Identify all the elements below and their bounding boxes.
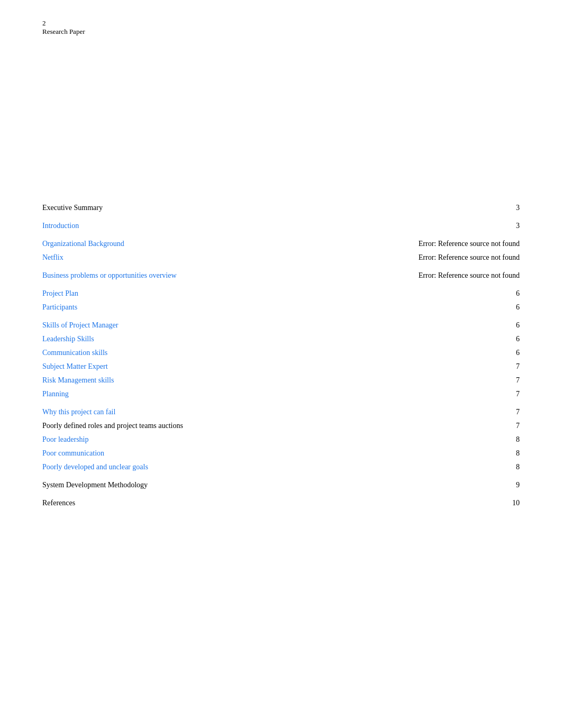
toc-entry-system-dev: System Development Methodology 9 <box>42 478 520 492</box>
toc-link-business-problems[interactable]: Business problems or opportunities overv… <box>42 271 177 280</box>
toc-page-error-business-problems: Error: Reference source not found <box>419 271 520 280</box>
toc-row-project-plan: Project Plan 6 <box>42 287 520 301</box>
toc-row-poor-communication: Poor communication 8 <box>42 447 520 460</box>
toc-link-risk-management[interactable]: Risk Management skills <box>42 376 114 385</box>
toc-row-why-fail: Why this project can fail 7 <box>42 405 520 419</box>
table-of-contents: Executive Summary 3 Introduction 3 Organ… <box>42 201 520 510</box>
toc-page-poor-leadership: 8 <box>516 435 520 444</box>
toc-row-netflix: Netflix Error: Reference source not foun… <box>42 251 520 265</box>
toc-page-skills-pm: 6 <box>516 321 520 330</box>
page: 2 Research Paper Executive Summary 3 Int… <box>0 0 562 728</box>
toc-page-error-org-bg: Error: Reference source not found <box>419 240 520 248</box>
toc-entry-executive-summary: Executive Summary 3 <box>42 201 520 215</box>
toc-row-communication-skills: Communication skills 6 <box>42 346 520 360</box>
toc-title-references: References <box>42 499 75 507</box>
toc-page-error-netflix: Error: Reference source not found <box>419 253 520 262</box>
toc-title-system-dev: System Development Methodology <box>42 481 148 489</box>
toc-entry-references: References 10 <box>42 496 520 510</box>
toc-page-planning: 7 <box>516 390 520 398</box>
toc-page-subject-matter: 7 <box>516 362 520 371</box>
toc-row-participants: Participants 6 <box>42 301 520 314</box>
toc-title-poorly-defined-roles: Poorly defined roles and project teams a… <box>42 422 183 430</box>
toc-row-leadership-skills: Leadership Skills 6 <box>42 332 520 346</box>
toc-page-leadership-skills: 6 <box>516 335 520 343</box>
toc-row-poorly-developed-goals: Poorly developed and unclear goals 8 <box>42 460 520 474</box>
toc-link-poor-communication[interactable]: Poor communication <box>42 449 104 458</box>
toc-link-netflix[interactable]: Netflix <box>42 253 64 262</box>
toc-page-references: 10 <box>512 499 520 507</box>
toc-page-poor-communication: 8 <box>516 449 520 458</box>
toc-row-org-bg: Organizational Background Error: Referen… <box>42 237 520 251</box>
toc-link-introduction[interactable]: Introduction <box>42 222 79 230</box>
toc-page-why-fail: 7 <box>516 408 520 416</box>
toc-link-skills-pm[interactable]: Skills of Project Manager <box>42 321 118 330</box>
toc-title-executive-summary: Executive Summary <box>42 204 103 212</box>
toc-page-participants: 6 <box>516 303 520 312</box>
toc-row-planning: Planning 7 <box>42 387 520 401</box>
toc-link-leadership-skills[interactable]: Leadership Skills <box>42 335 94 343</box>
toc-link-why-fail[interactable]: Why this project can fail <box>42 408 115 416</box>
toc-link-org-bg[interactable]: Organizational Background <box>42 240 124 248</box>
toc-page-risk-management: 7 <box>516 376 520 385</box>
toc-entry-project-plan: Project Plan 6 Participants 6 <box>42 287 520 314</box>
toc-entry-why-fail: Why this project can fail 7 Poorly defin… <box>42 405 520 474</box>
toc-link-planning[interactable]: Planning <box>42 390 69 398</box>
toc-link-subject-matter[interactable]: Subject Matter Expert <box>42 362 108 371</box>
toc-page-executive-summary: 3 <box>516 204 520 212</box>
doc-type-label: Research Paper <box>42 28 85 36</box>
toc-row-subject-matter: Subject Matter Expert 7 <box>42 360 520 374</box>
toc-row-skills-pm: Skills of Project Manager 6 <box>42 319 520 332</box>
toc-page-poorly-defined-roles: 7 <box>516 422 520 430</box>
toc-page-introduction: 3 <box>516 222 520 230</box>
toc-page-system-dev: 9 <box>516 481 520 489</box>
page-header: 2 Research Paper <box>42 19 85 36</box>
toc-link-communication-skills[interactable]: Communication skills <box>42 349 107 357</box>
toc-row-poorly-defined-roles: Poorly defined roles and project teams a… <box>42 419 520 433</box>
toc-page-communication-skills: 6 <box>516 349 520 357</box>
toc-link-project-plan[interactable]: Project Plan <box>42 289 78 298</box>
toc-page-poorly-developed-goals: 8 <box>516 463 520 471</box>
toc-page-project-plan: 6 <box>516 289 520 298</box>
toc-link-poorly-developed-goals[interactable]: Poorly developed and unclear goals <box>42 463 148 471</box>
toc-entry-skills-pm: Skills of Project Manager 6 Leadership S… <box>42 319 520 401</box>
toc-entry-introduction: Introduction 3 <box>42 219 520 233</box>
toc-entry-organizational-background: Organizational Background Error: Referen… <box>42 237 520 265</box>
toc-row-poor-leadership: Poor leadership 8 <box>42 433 520 447</box>
page-number: 2 <box>42 19 85 28</box>
toc-link-participants[interactable]: Participants <box>42 303 77 312</box>
toc-entry-business-problems: Business problems or opportunities overv… <box>42 269 520 283</box>
toc-link-poor-leadership[interactable]: Poor leadership <box>42 435 88 444</box>
toc-row-risk-management: Risk Management skills 7 <box>42 374 520 387</box>
